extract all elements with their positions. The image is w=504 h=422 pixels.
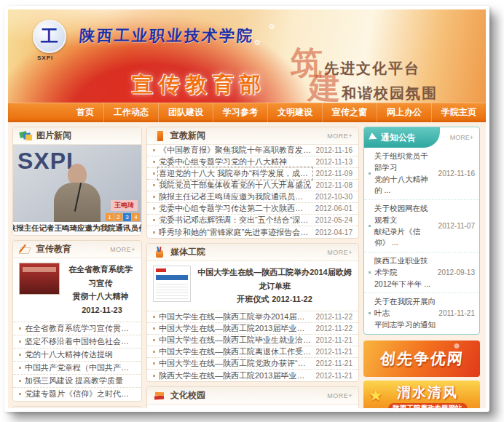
pen-icon — [19, 244, 32, 255]
notice-item[interactable]: 关于组织党员干部学习党的十八大精神的 ... 2012-11-16 — [364, 148, 479, 200]
books-stack-icon — [153, 390, 166, 402]
photo-caption-link[interactable]: 陕报主任记者王鸣琦应邀为我院通讯员作 — [13, 222, 141, 235]
nav-item-college-home[interactable]: 学院主页 — [431, 103, 486, 122]
photo-news-header: 图片新闻 — [13, 127, 141, 145]
culture-campus-body: 校徽 校训 校歌 校园文化命名释义 — [147, 405, 358, 408]
section-title: 宣教新闻 — [170, 130, 205, 142]
main-nav: 首页 工作动态 团队建设 学习参考 文明建设 宣传之窗 网上办公 学院主页 — [8, 103, 486, 122]
xuanchuan-edu-header: 宣传教育 MORE+ — [13, 241, 141, 258]
news-item[interactable]: 《中国教育报》聚焦我院十年高职教育发展成就2012-11-16 — [147, 145, 358, 156]
xuanchuan-featured[interactable]: 在全省教育系统学习宣传 贯彻十八大精神2012-11-23 — [13, 258, 141, 322]
news-item[interactable]: 我院党员干部集体收看党的十八大开幕盛况2012-11-08 — [147, 180, 358, 191]
more-link[interactable]: MORE+ — [327, 249, 353, 256]
culture-campus-header: 文化校园 MORE+ — [147, 387, 358, 405]
logo-acronym: SXPI — [37, 55, 53, 61]
meeting-thumbnail — [19, 263, 60, 295]
school-name: 陕西工业职业技术学院 — [79, 25, 255, 46]
nav-item-study-reference[interactable]: 学习参考 — [213, 103, 267, 122]
list-item[interactable]: 党建专题片《信仰》之时代先锋行（视频 ... — [13, 388, 141, 401]
featured-title: 中国大学生在线—陕西工院举办2014届欧姆龙订单班 开班仪式2012-11-22 — [197, 266, 353, 306]
nameplate: 王鸣琦 — [111, 200, 138, 211]
section-title: 通知公告 — [381, 132, 416, 144]
list-item[interactable]: 在全省教育系统学习宣传贯彻十八大精神 — [13, 322, 141, 335]
news-item[interactable]: 党委中心组专题学习党的十八大精神2012-11-13 — [147, 156, 358, 168]
xuanjiao-news-box: 宣教新闻 MORE+ 《中国教育报》聚焦我院十年高职教育发展成就2012-11-… — [146, 127, 359, 239]
video-news-header: 视频新闻 MORE+ — [13, 407, 141, 408]
list-item[interactable]: 党的十八大精神传达提纲 — [13, 349, 141, 362]
featured-date: 2012-11-23 — [82, 306, 122, 314]
webpage-thumbnail — [153, 266, 191, 302]
header-banner: 工 SXPI 陕西工业职业技术学院 宣传教育部 筑先进文化平台 建和谐校园氛围 … — [8, 9, 486, 103]
department-title: 宣传教育部 — [132, 71, 267, 100]
banner-weishui-qingfeng[interactable]: ★ 渭水清风 陕西工院廉政专题网站 — [363, 381, 480, 409]
news-item[interactable]: 中国大学生在线—陕西工院离退休工作受到省委教育工委 ...2012-11-21 — [147, 346, 358, 358]
school-logo[interactable]: 工 — [33, 20, 66, 53]
book-icon — [153, 130, 166, 142]
news-item[interactable]: 中国大学生在线—陕西工院举办2014届欧姆龙订单班 ...2012-11-22 — [147, 311, 358, 323]
media-gongyuan-box: 媒体工院 MORE+ 中国大学生在线—陕西工院举办2014届欧姆龙订单班 开班仪… — [146, 243, 359, 382]
news-item[interactable]: 党委中心组专题学习传达第二十次陕西高校党建工 ...2012-06-01 — [147, 203, 358, 215]
media-gongyuan-header: 媒体工院 MORE+ — [147, 244, 358, 261]
photo-pagination: 1 2 3 4 — [106, 213, 140, 221]
nav-item-publicity-window[interactable]: 宣传之窗 — [322, 103, 377, 122]
right-column: 通知公告 MORE+ 关于组织党员干部学习党的十八大精神的 ... 2012-1… — [363, 127, 480, 404]
news-item[interactable]: 中国大学生在线—陕西工院党政办获评“全省教育系统办 ...2012-11-21 — [147, 358, 358, 370]
nav-item-home[interactable]: 首页 — [67, 103, 103, 122]
news-item-focused[interactable]: 喜迎党的十八大 我院举办“科学发展，成就辉煌 ...2012-11-09 — [147, 168, 358, 180]
list-item[interactable]: 加强三风建设 提高教学质量 — [13, 375, 141, 388]
xuanchuan-edu-box: 宣传教育 MORE+ 在全省教育系统学习宣传 贯彻十八大精神2012-11-23… — [12, 240, 142, 402]
page-dot-3-active[interactable]: 3 — [123, 213, 131, 221]
news-item[interactable]: 陕报主任记者王鸣琦应邀为我院通讯员作第三期业 ...2012-10-30 — [147, 191, 358, 203]
news-item[interactable]: 呼秀珍和她的“雷锋家庭”先进事迹报告会走进我 ...2012-04-17 — [147, 226, 358, 238]
speaker-figure — [51, 164, 103, 222]
more-link[interactable]: MORE+ — [450, 134, 473, 141]
photo-news-box: 图片新闻 SXPI 王鸣琦 1 2 3 4 陕报主 — [12, 127, 142, 236]
more-link[interactable]: MORE+ — [327, 132, 353, 140]
nav-item-team-building[interactable]: 团队建设 — [158, 103, 213, 122]
middle-column: 宣教新闻 MORE+ 《中国教育报》聚焦我院十年高职教育发展成就2012-11-… — [146, 127, 359, 404]
video-news-box: 视频新闻 MORE+ — [12, 406, 142, 408]
section-title: 宣传教育 — [36, 243, 71, 255]
nav-item-civilization[interactable]: 文明建设 — [267, 103, 322, 122]
notice-item[interactable]: 关于校园网在线观看文献纪录片《信仰》 ... 2012-11-07 — [364, 200, 479, 252]
left-column: 图片新闻 SXPI 王鸣琦 1 2 3 4 陕报主 — [12, 127, 142, 404]
pen-holder-icon — [153, 247, 166, 258]
notices-header: 通知公告 MORE+ — [364, 127, 479, 148]
news-item[interactable]: 党委书记邓志辉强调：突出“五个结合”深入贯彻 ...2012-05-24 — [147, 215, 358, 226]
news-item[interactable]: 中国大学生在线—陕西工院毕业生就业洽谈会掠影2012-11-21 — [147, 335, 358, 346]
news-item[interactable]: 陕西大学生在线—陕西工院2013届毕业生就业洽谈会 ...2012-11-21 — [147, 370, 358, 381]
section-title: 图片新闻 — [36, 130, 71, 142]
megaphone-icon — [369, 132, 378, 142]
culture-campus-box: 文化校园 MORE+ 校徽 校训 校歌 校园文化命名释义 — [146, 386, 359, 408]
page-dot-1[interactable]: 1 — [106, 213, 114, 221]
site-root: 工 SXPI 陕西工业职业技术学院 宣传教育部 筑先进文化平台 建和谐校园氛围 … — [8, 9, 486, 408]
dove-icon: ✿ — [269, 23, 275, 31]
dove-icon: ✿ — [254, 39, 260, 47]
list-item[interactable]: 中国共产党章程（中国共产党第十八次全 ... — [13, 362, 141, 375]
section-title: 文化校园 — [170, 389, 205, 402]
photo-news-image[interactable]: SXPI 王鸣琦 1 2 3 4 — [13, 145, 141, 222]
page-dot-2[interactable]: 2 — [114, 213, 122, 221]
xuanjiao-news-header: 宣教新闻 MORE+ — [147, 127, 358, 145]
section-title: 媒体工院 — [170, 246, 205, 258]
banner-chuangxian-zhengyou[interactable]: 创先争优网 — [363, 341, 480, 377]
notice-item[interactable]: 陕西工业职业技术学院2012年下半年 ... 2012-09-13 — [364, 252, 479, 293]
notice-item[interactable]: 关于在我院开展向叶志平同志学习的通知 2011-11-21 — [364, 293, 479, 333]
party-emblem-icon: ★ — [369, 386, 383, 405]
nav-item-work-news[interactable]: 工作动态 — [103, 103, 158, 122]
logo-glyph: 工 — [41, 25, 58, 48]
page-dot-4[interactable]: 4 — [132, 213, 140, 221]
news-item[interactable]: 中国大学生在线—陕西工院2013届毕业生就业洽谈会 ...2012-11-22 — [147, 323, 358, 335]
more-link[interactable]: MORE+ — [327, 392, 353, 399]
content-area: 图片新闻 SXPI 王鸣琦 1 2 3 4 陕报主 — [8, 122, 486, 408]
page-frame: 工 SXPI 陕西工业职业技术学院 宣传教育部 筑先进文化平台 建和谐校园氛围 … — [4, 6, 489, 412]
banner-slogan-line2: 建和谐校园氛围 — [308, 66, 438, 103]
featured-title: 在全省教育系统学习宣传 贯彻十八大精神2012-11-23 — [66, 263, 135, 317]
media-featured[interactable]: 中国大学生在线—陕西工院举办2014届欧姆龙订单班 开班仪式2012-11-22 — [147, 261, 358, 311]
more-link[interactable]: MORE+ — [110, 246, 135, 253]
list-item[interactable]: 坚定不移沿着中国特色社会主义道路前进 ... — [13, 335, 141, 349]
photo-news-icon — [19, 130, 32, 142]
nav-item-online-office[interactable]: 网上办公 — [377, 103, 431, 122]
notices-title-pill: 通知公告 — [364, 127, 440, 148]
featured-date: 2012-11-22 — [272, 295, 312, 303]
